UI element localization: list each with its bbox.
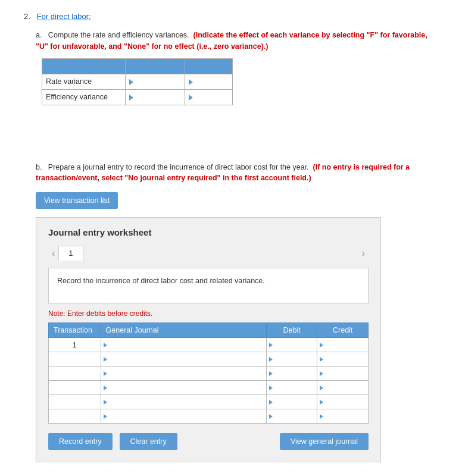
credit-cell[interactable] bbox=[317, 367, 369, 381]
clear-entry-button[interactable]: Clear entry bbox=[120, 433, 177, 450]
section-header: 2. For direct labor: bbox=[24, 12, 438, 21]
journal-row bbox=[49, 409, 369, 424]
variance-table: Rate variance Efficiency variance bbox=[42, 58, 233, 105]
col-transaction: Transaction bbox=[49, 323, 101, 338]
debit-cell[interactable] bbox=[266, 381, 317, 395]
part-a: a. Compute the rate and efficiency varia… bbox=[36, 30, 438, 105]
part-b-plain-text: Prepare a journal entry to record the in… bbox=[48, 163, 309, 171]
transaction-cell bbox=[49, 395, 101, 409]
transaction-cell: 1 bbox=[49, 338, 101, 352]
debit-cell[interactable] bbox=[266, 352, 317, 367]
debit-cell[interactable] bbox=[266, 338, 317, 352]
journal-row bbox=[49, 367, 369, 381]
debit-cell[interactable] bbox=[266, 409, 317, 424]
section-number: 2. bbox=[24, 12, 30, 21]
transaction-cell bbox=[49, 381, 101, 395]
part-b-letter: b. bbox=[36, 163, 42, 171]
debit-cell[interactable] bbox=[266, 367, 317, 381]
rate-variance-row: Rate variance bbox=[42, 74, 233, 89]
general-journal-cell[interactable] bbox=[101, 338, 266, 352]
general-journal-cell[interactable] bbox=[101, 367, 266, 381]
next-tab-button[interactable]: › bbox=[358, 247, 369, 260]
transaction-cell bbox=[49, 352, 101, 367]
efficiency-variance-dropdown[interactable] bbox=[185, 89, 233, 105]
journal-worksheet: Journal entry worksheet ‹ 1 › Record the… bbox=[36, 217, 381, 462]
credit-cell[interactable] bbox=[317, 381, 369, 395]
action-buttons: Record entry Clear entry View general jo… bbox=[48, 433, 369, 450]
credit-cell[interactable] bbox=[317, 395, 369, 409]
efficiency-variance-input[interactable] bbox=[126, 89, 185, 105]
journal-table: Transaction General Journal Debit Credit… bbox=[48, 322, 369, 424]
view-general-journal-button[interactable]: View general journal bbox=[280, 433, 369, 450]
record-entry-button[interactable]: Record entry bbox=[48, 433, 113, 450]
credit-cell[interactable] bbox=[317, 338, 369, 352]
credit-cell[interactable] bbox=[317, 409, 369, 424]
part-b: b. Prepare a journal entry to record the… bbox=[36, 162, 438, 463]
tab-navigation: ‹ 1 › bbox=[48, 246, 369, 261]
journal-row bbox=[49, 395, 369, 409]
part-b-instruction: b. Prepare a journal entry to record the… bbox=[36, 162, 438, 184]
efficiency-variance-row: Efficiency variance bbox=[42, 89, 233, 105]
efficiency-variance-label: Efficiency variance bbox=[42, 89, 126, 105]
general-journal-cell[interactable] bbox=[101, 409, 266, 424]
part-a-plain-text: Compute the rate and efficiency variance… bbox=[48, 31, 189, 39]
journal-description: Record the incurrence of direct labor co… bbox=[48, 268, 369, 303]
part-a-letter: a. bbox=[36, 31, 42, 39]
general-journal-cell[interactable] bbox=[101, 395, 266, 409]
col-general-journal: General Journal bbox=[101, 323, 266, 338]
transaction-cell bbox=[49, 409, 101, 424]
part-a-instruction: a. Compute the rate and efficiency varia… bbox=[36, 30, 438, 52]
journal-row bbox=[49, 381, 369, 395]
journal-row: 1 bbox=[49, 338, 369, 352]
general-journal-cell[interactable] bbox=[101, 381, 266, 395]
general-journal-cell[interactable] bbox=[101, 352, 266, 367]
rate-variance-input[interactable] bbox=[126, 74, 185, 89]
tab-1[interactable]: 1 bbox=[58, 246, 83, 261]
col-credit: Credit bbox=[317, 323, 369, 338]
transaction-cell bbox=[49, 367, 101, 381]
journal-row bbox=[49, 352, 369, 367]
view-transaction-button[interactable]: View transaction list bbox=[36, 192, 118, 209]
debit-cell[interactable] bbox=[266, 395, 317, 409]
prev-tab-button[interactable]: ‹ bbox=[48, 247, 58, 260]
journal-title: Journal entry worksheet bbox=[48, 227, 369, 237]
note-text: Note: Enter debits before credits. bbox=[48, 309, 369, 318]
col-debit: Debit bbox=[266, 323, 317, 338]
rate-variance-dropdown[interactable] bbox=[185, 74, 233, 89]
section-label: For direct labor: bbox=[37, 12, 91, 21]
rate-variance-label: Rate variance bbox=[42, 74, 126, 89]
credit-cell[interactable] bbox=[317, 352, 369, 367]
